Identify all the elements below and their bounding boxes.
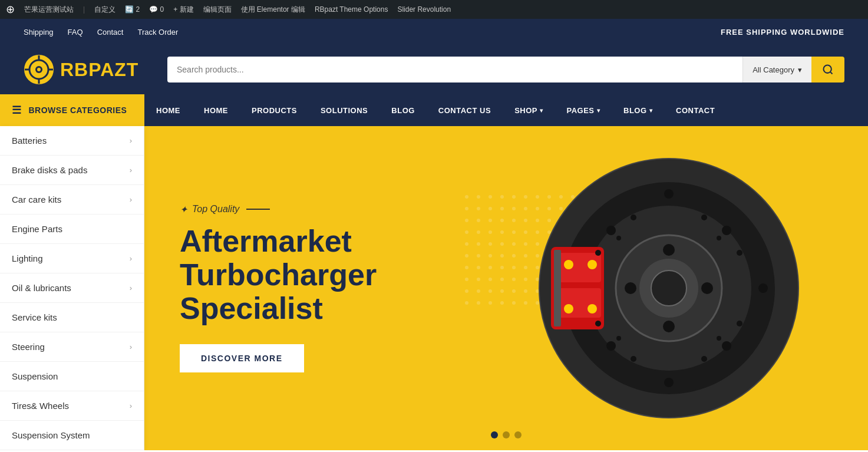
- hero-image-area: [470, 126, 868, 450]
- search-icon: [822, 64, 834, 75]
- slider-dot-2[interactable]: [503, 431, 510, 438]
- sidebar-item-suspension-system-label: Suspension System: [12, 430, 90, 440]
- slider-dot-3[interactable]: [514, 431, 522, 438]
- sidebar-item-steering[interactable]: Steering ›: [0, 332, 144, 362]
- top-bar-faq[interactable]: FAQ: [68, 28, 83, 37]
- hero-sparkle-icon: ✦: [180, 204, 187, 215]
- svg-point-16: [664, 378, 674, 387]
- sidebar-arrow-lighting: ›: [130, 254, 132, 263]
- sidebar-item-batteries[interactable]: Batteries ›: [0, 126, 144, 156]
- nav-home-2[interactable]: HOME: [192, 94, 240, 126]
- svg-point-46: [616, 236, 621, 240]
- top-bar: Shipping FAQ Contact Track Order FREE SH…: [0, 19, 868, 45]
- hero-title-line2: Turbocharger: [180, 258, 377, 292]
- svg-point-36: [588, 304, 597, 314]
- svg-point-47: [717, 236, 721, 240]
- svg-point-40: [631, 356, 636, 362]
- logo-icon: [24, 54, 54, 85]
- sidebar-item-engine-parts-label: Engine Parts: [12, 224, 62, 234]
- sidebar-item-steering-label: Steering: [12, 342, 45, 352]
- discover-more-button[interactable]: DISCOVER MORE: [180, 344, 304, 372]
- svg-point-44: [595, 321, 601, 326]
- nav-shop[interactable]: SHOP ▾: [503, 94, 555, 126]
- svg-point-20: [722, 341, 731, 351]
- admin-new[interactable]: + 新建: [173, 5, 193, 15]
- sidebar-arrow-oil: ›: [130, 283, 132, 292]
- sidebar-arrow-steering: ›: [130, 342, 132, 351]
- nav-pages[interactable]: PAGES ▾: [555, 94, 612, 126]
- sidebar-item-engine-parts[interactable]: Engine Parts: [0, 215, 144, 244]
- admin-customize[interactable]: 自定义: [94, 5, 115, 15]
- admin-elementor[interactable]: 使用 Elementor 编辑: [241, 5, 305, 15]
- sidebar-item-brake-disks-label: Brake disks & pads: [12, 165, 87, 175]
- sidebar-item-tires-wheels-label: Tires& Wheels: [12, 401, 69, 411]
- sidebar-item-tires-wheels[interactable]: Tires& Wheels ›: [0, 391, 144, 421]
- admin-bar: ⊕ 芒果运营测试站 | 自定义 🔄 2 💬 0 + 新建 编辑页面 使用 Ele…: [0, 0, 868, 19]
- sidebar-item-service-kits-label: Service kits: [12, 312, 57, 322]
- search-button[interactable]: [811, 57, 844, 83]
- nav-blog-1[interactable]: BLOG: [379, 94, 427, 126]
- svg-point-35: [564, 304, 573, 314]
- search-input[interactable]: [167, 57, 742, 83]
- sidebar-item-suspension-system[interactable]: Suspension System: [0, 421, 144, 450]
- nav-blog-2[interactable]: BLOG ▾: [612, 94, 664, 126]
- nav-bar: ☰ BROWSE CATEGORIES HOME HOME PRODUCTS S…: [0, 94, 868, 126]
- svg-point-25: [651, 270, 687, 306]
- admin-site-name[interactable]: 芒果运营测试站: [24, 5, 74, 15]
- sidebar-item-service-kits[interactable]: Service kits: [0, 303, 144, 332]
- admin-comments[interactable]: 💬 0: [149, 5, 164, 14]
- slider-dot-1[interactable]: [491, 431, 498, 438]
- sidebar-item-lighting-label: Lighting: [12, 253, 43, 263]
- top-bar-contact[interactable]: Contact: [97, 28, 124, 37]
- hero-title-line3: Specialist: [180, 291, 323, 325]
- svg-point-29: [701, 282, 713, 294]
- svg-point-38: [631, 215, 636, 220]
- sidebar-item-car-care[interactable]: Car care kits ›: [0, 185, 144, 215]
- logo-area[interactable]: RBPAZT: [24, 54, 153, 85]
- admin-updates[interactable]: 🔄 2: [125, 5, 140, 14]
- admin-theme-options[interactable]: RBpazt Theme Options: [315, 5, 388, 14]
- svg-point-45: [737, 321, 742, 326]
- nav-solutions[interactable]: SOLUTIONS: [309, 94, 379, 126]
- svg-point-33: [564, 260, 573, 269]
- chevron-down-icon: ▾: [798, 65, 802, 74]
- sidebar-arrow-car-care: ›: [130, 195, 132, 204]
- admin-slider[interactable]: Slider Revolution: [397, 5, 451, 14]
- sidebar-item-suspension-label: Suspension: [12, 371, 58, 381]
- svg-point-42: [595, 250, 601, 256]
- sidebar-arrow-brake-disks: ›: [130, 166, 132, 174]
- nav-contact[interactable]: CONTACT: [664, 94, 727, 126]
- sidebar-item-brake-disks[interactable]: Brake disks & pads ›: [0, 156, 144, 185]
- logo-rb: RB: [60, 59, 88, 80]
- nav-home-1[interactable]: HOME: [144, 94, 192, 126]
- sidebar-item-car-care-label: Car care kits: [12, 194, 61, 204]
- hamburger-icon: ☰: [12, 104, 22, 117]
- svg-point-22: [722, 226, 731, 235]
- nav-products[interactable]: PRODUCTS: [240, 94, 309, 126]
- sidebar-item-suspension[interactable]: Suspension: [0, 362, 144, 391]
- nav-contact-us[interactable]: CONTACT US: [427, 94, 503, 126]
- sidebar: Batteries › Brake disks & pads › Car car…: [0, 126, 144, 450]
- top-bar-track[interactable]: Track Order: [137, 28, 178, 37]
- wordpress-icon[interactable]: ⊕: [6, 3, 15, 16]
- pages-dropdown-arrow: ▾: [597, 107, 600, 114]
- browse-categories-button[interactable]: ☰ BROWSE CATEGORIES: [0, 94, 144, 126]
- svg-point-27: [663, 321, 675, 332]
- svg-point-48: [616, 336, 621, 341]
- sidebar-item-oil[interactable]: Oil & lubricants ›: [0, 273, 144, 303]
- top-bar-shipping[interactable]: Shipping: [24, 28, 54, 37]
- hero-top-label-text: Top Quality: [192, 204, 239, 215]
- sidebar-item-lighting[interactable]: Lighting ›: [0, 244, 144, 273]
- nav-links: HOME HOME PRODUCTS SOLUTIONS BLOG CONTAC…: [144, 94, 868, 126]
- search-category-btn[interactable]: All Category ▾: [742, 57, 811, 83]
- admin-edit[interactable]: 编辑页面: [203, 5, 232, 15]
- sidebar-arrow-batteries: ›: [130, 136, 132, 145]
- svg-point-26: [663, 244, 675, 256]
- svg-point-18: [758, 283, 768, 293]
- search-bar: All Category ▾: [167, 57, 844, 83]
- svg-point-19: [606, 226, 616, 235]
- slider-dots: [491, 431, 522, 438]
- svg-point-39: [701, 215, 707, 220]
- hero-content: ✦ Top Quality Aftermarket Turbocharger S…: [180, 204, 377, 373]
- svg-point-8: [824, 65, 831, 73]
